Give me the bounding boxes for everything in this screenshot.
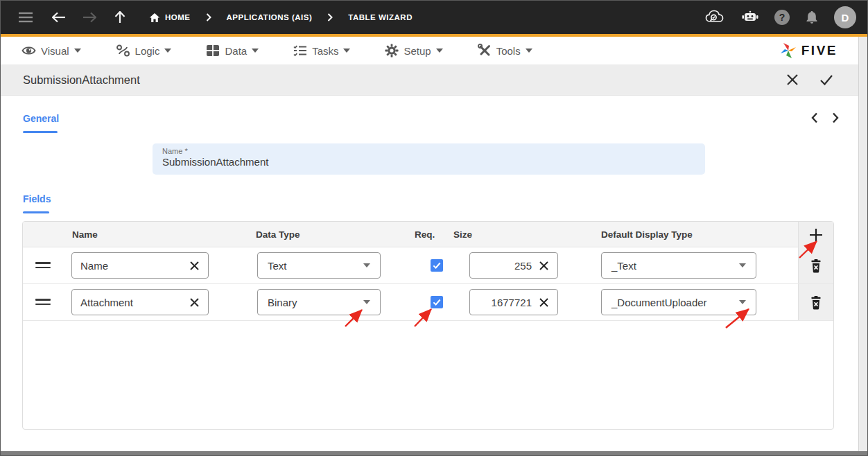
next-record-icon[interactable] <box>832 112 839 123</box>
column-header-display-type: Default Display Type <box>601 222 693 247</box>
page-title: SubmissionAttachment <box>23 73 140 87</box>
main-menu-bar: Visual Logic Data Tasks <box>1 37 858 64</box>
size-input-row1[interactable]: 255 <box>469 252 558 279</box>
cloud-search-icon[interactable] <box>705 9 726 26</box>
required-checkbox-row1[interactable] <box>431 259 443 272</box>
dropdown-caret-icon <box>739 300 746 304</box>
display-type-value: _DocumentUploader <box>611 297 707 308</box>
delete-field-button-row2[interactable] <box>809 295 823 310</box>
breadcrumb-chevron-icon <box>206 13 211 21</box>
window-bottom-edge <box>1 451 867 455</box>
assistant-bot-icon[interactable] <box>741 10 759 25</box>
save-check-icon[interactable] <box>819 73 833 86</box>
help-icon[interactable]: ? <box>774 10 790 25</box>
menu-tasks[interactable]: Tasks <box>293 44 350 57</box>
delete-field-button-row1[interactable] <box>809 258 823 273</box>
column-header-data-type: Data Type <box>256 222 300 247</box>
menu-logic-label: Logic <box>135 45 160 57</box>
chevron-down-icon <box>343 49 350 53</box>
drag-handle-icon[interactable] <box>35 262 51 268</box>
vertical-scrollbar[interactable] <box>858 37 867 451</box>
clear-x-icon[interactable] <box>189 297 200 308</box>
menu-tasks-label: Tasks <box>312 45 338 57</box>
size-value: 1677721 <box>492 297 532 308</box>
size-value: 255 <box>514 260 532 272</box>
top-navigation-bar: HOME APPLICATIONS (AIS) TABLE WIZARD <box>1 1 867 34</box>
menu-tools[interactable]: Tools <box>478 44 532 58</box>
clear-x-icon[interactable] <box>539 261 549 271</box>
record-form: General Name * SubmissionAttachment Fiel… <box>1 96 858 451</box>
prev-record-icon[interactable] <box>811 112 818 123</box>
chevron-down-icon <box>74 49 81 53</box>
dropdown-caret-icon <box>363 300 370 304</box>
column-header-name: Name <box>72 222 98 247</box>
menu-visual-label: Visual <box>41 45 69 57</box>
chevron-down-icon <box>526 49 532 53</box>
display-type-select-row1[interactable]: _Text <box>601 252 756 279</box>
tab-general[interactable]: General <box>23 113 59 124</box>
column-header-req: Req. <box>415 222 435 247</box>
chevron-down-icon <box>436 49 443 53</box>
dropdown-caret-icon <box>363 263 370 268</box>
breadcrumb-applications[interactable]: APPLICATIONS (AIS) <box>227 13 313 21</box>
name-field[interactable]: Name * SubmissionAttachment <box>153 143 705 175</box>
row-divider <box>23 283 834 284</box>
breadcrumb-table-wizard[interactable]: TABLE WIZARD <box>348 13 413 21</box>
data-type-select-row2[interactable]: Binary <box>257 289 381 315</box>
display-type-value: _Text <box>611 260 636 272</box>
five-pinwheel-icon <box>779 42 797 60</box>
clear-x-icon[interactable] <box>539 297 549 308</box>
add-field-button[interactable] <box>809 228 823 242</box>
five-logo-text: FIVE <box>801 43 837 58</box>
dropdown-caret-icon <box>739 263 746 268</box>
name-field-value: SubmissionAttachment <box>162 156 695 168</box>
notifications-bell-icon[interactable] <box>805 10 819 25</box>
back-arrow-icon[interactable] <box>52 12 66 23</box>
name-field-label: Name * <box>162 147 695 155</box>
menu-setup-label: Setup <box>403 45 431 57</box>
menu-icon[interactable] <box>19 12 33 23</box>
clear-x-icon[interactable] <box>189 261 200 271</box>
size-input-row2[interactable]: 1677721 <box>469 289 558 315</box>
forward-arrow-icon[interactable] <box>83 12 96 23</box>
menu-data[interactable]: Data <box>206 44 259 57</box>
data-type-value: Text <box>268 260 287 272</box>
tab-general-underline <box>23 131 58 133</box>
menu-logic[interactable]: Logic <box>116 44 172 58</box>
column-header-size: Size <box>453 222 472 247</box>
chevron-down-icon <box>252 49 259 53</box>
field-name-value: Name <box>80 260 108 272</box>
up-arrow-icon[interactable] <box>114 11 125 24</box>
data-type-value: Binary <box>268 297 297 308</box>
user-avatar[interactable]: D <box>834 6 856 28</box>
field-name-value: Attachment <box>80 297 133 308</box>
menu-visual[interactable]: Visual <box>21 44 81 58</box>
field-name-input-row1[interactable]: Name <box>71 252 209 279</box>
field-name-input-row2[interactable]: Attachment <box>71 289 209 315</box>
menu-data-label: Data <box>225 45 247 57</box>
tab-fields-underline <box>23 211 49 213</box>
cancel-icon[interactable] <box>786 73 799 86</box>
menu-tools-label: Tools <box>496 45 521 57</box>
required-checkbox-row2[interactable] <box>431 296 443 308</box>
row-divider <box>23 320 834 321</box>
drag-handle-icon[interactable] <box>35 299 51 305</box>
tab-fields[interactable]: Fields <box>23 193 51 204</box>
chevron-down-icon <box>164 49 171 53</box>
five-logo: FIVE <box>779 42 837 60</box>
fields-table: Name Data Type Req. Size Default Display… <box>22 221 834 430</box>
table-wizard-window: HOME APPLICATIONS (AIS) TABLE WIZARD <box>0 0 868 456</box>
record-title-bar: SubmissionAttachment <box>1 64 858 96</box>
breadcrumb-home[interactable]: HOME <box>165 13 191 21</box>
home-icon[interactable] <box>149 12 160 23</box>
menu-setup[interactable]: Setup <box>385 44 442 58</box>
breadcrumb-chevron-icon <box>327 13 333 21</box>
display-type-select-row2[interactable]: _DocumentUploader <box>601 289 756 315</box>
data-type-select-row1[interactable]: Text <box>257 252 381 279</box>
